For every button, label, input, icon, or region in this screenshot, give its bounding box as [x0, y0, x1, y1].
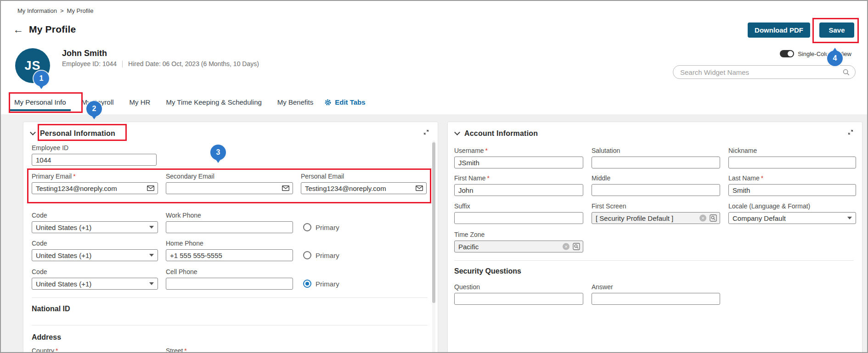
- select-caret-icon: [847, 217, 852, 219]
- first-screen-field: First Screen ×: [592, 202, 720, 224]
- question-field: Question: [454, 283, 583, 305]
- breadcrumb-separator: >: [60, 7, 64, 14]
- suffix-field: Suffix: [454, 202, 583, 224]
- home-phone-label: Home Phone: [166, 240, 293, 247]
- nickname-label: Nickname: [728, 147, 856, 154]
- personal-email-input[interactable]: [301, 182, 427, 194]
- search-icon[interactable]: [843, 69, 850, 76]
- personal-email-label: Personal Email: [301, 173, 427, 180]
- lookup-icon[interactable]: [573, 243, 580, 250]
- select-caret-icon: [149, 282, 154, 285]
- download-pdf-button[interactable]: Download PDF: [748, 22, 810, 38]
- work-phone-input[interactable]: [166, 221, 293, 233]
- first-name-input[interactable]: [454, 184, 583, 196]
- street-label: Street: [166, 347, 183, 353]
- clear-icon[interactable]: ×: [563, 243, 569, 250]
- first-screen-label: First Screen: [592, 202, 720, 210]
- panel-scrollbar: [432, 140, 435, 353]
- primary-email-input[interactable]: [32, 182, 158, 194]
- first-name-label: First Name: [454, 174, 485, 182]
- widget-search: [673, 65, 856, 79]
- expand-panel-icon[interactable]: [847, 129, 854, 135]
- nickname-input[interactable]: [728, 157, 856, 168]
- username-label: Username: [454, 147, 484, 154]
- chevron-down-icon: [454, 129, 460, 135]
- salutation-input[interactable]: [592, 157, 720, 168]
- nickname-field: Nickname: [728, 147, 856, 168]
- home-phone-code-select[interactable]: United States (+1): [32, 249, 158, 261]
- first-name-field: First Name*: [454, 174, 583, 196]
- clear-icon[interactable]: ×: [699, 215, 706, 222]
- required-marker: *: [485, 147, 488, 154]
- answer-label: Answer: [592, 283, 720, 291]
- lookup-icon[interactable]: [710, 214, 717, 222]
- single-column-view-toggle[interactable]: [780, 50, 794, 57]
- last-name-input[interactable]: [728, 184, 856, 196]
- locale-select[interactable]: Company Default: [728, 212, 856, 224]
- back-arrow-icon[interactable]: ←: [13, 24, 23, 35]
- primary-email-field: Primary Email*: [32, 173, 158, 194]
- page-title: My Profile: [29, 24, 76, 35]
- personal-information-header[interactable]: Personal Information: [31, 129, 115, 138]
- account-information-panel: Account Information Username* Salutation…: [447, 122, 862, 353]
- username-input[interactable]: [454, 157, 583, 168]
- primary-radio-label: Primary: [316, 252, 339, 259]
- home-phone-primary-radio[interactable]: [303, 251, 311, 259]
- account-information-header[interactable]: Account Information: [455, 129, 538, 138]
- account-information-title: Account Information: [464, 129, 538, 138]
- work-phone-primary-radio[interactable]: [303, 223, 311, 231]
- secondary-email-field: Secondary Email: [166, 173, 293, 194]
- secondary-email-input[interactable]: [166, 182, 293, 194]
- required-marker: *: [761, 174, 763, 182]
- toggle-knob: [788, 51, 793, 56]
- tab-bar: My Personal Info My Payroll My HR My Tim…: [10, 98, 366, 111]
- app-window: My Information > My Profile ← My Profile…: [0, 0, 868, 353]
- email-icon: [147, 185, 154, 191]
- username-field: Username*: [454, 147, 583, 168]
- divider: [454, 260, 854, 261]
- required-marker: *: [56, 347, 58, 353]
- select-caret-icon: [149, 226, 154, 229]
- search-input[interactable]: [680, 68, 843, 76]
- locale-label: Locale (Language & Format): [728, 202, 856, 210]
- work-phone-code-select[interactable]: United States (+1): [32, 221, 158, 233]
- time-zone-label: Time Zone: [454, 231, 583, 238]
- employee-id-input[interactable]: [32, 154, 157, 166]
- work-phone-row: Code United States (+1) Work Phone Prima…: [32, 212, 339, 233]
- profile-name: John Smith: [62, 49, 107, 58]
- cell-phone-primary-radio[interactable]: [303, 280, 311, 288]
- last-name-field: Last Name*: [728, 174, 856, 196]
- answer-field: Answer: [592, 283, 720, 305]
- suffix-input[interactable]: [454, 212, 583, 224]
- cell-phone-input[interactable]: [166, 278, 293, 290]
- scrollbar-thumb[interactable]: [432, 142, 435, 303]
- email-icon: [416, 185, 423, 191]
- tab-my-payroll[interactable]: My Payroll: [77, 98, 118, 111]
- hired-date-text: Hired Date: 06 Oct, 2023 (6 Months, 10 D…: [128, 60, 259, 67]
- question-input[interactable]: [454, 293, 583, 305]
- tab-my-benefits[interactable]: My Benefits: [273, 98, 318, 111]
- save-button[interactable]: Save: [819, 22, 854, 38]
- single-column-view-label: Single-Column View: [798, 50, 851, 57]
- meta-divider: [122, 61, 123, 67]
- cell-phone-code-select[interactable]: United States (+1): [32, 278, 158, 290]
- tab-my-time-keeping[interactable]: My Time Keeping & Scheduling: [161, 98, 266, 111]
- work-phone-label: Work Phone: [166, 212, 293, 219]
- personal-information-title: Personal Information: [40, 129, 115, 138]
- expand-panel-icon[interactable]: [423, 129, 429, 135]
- personal-information-panel: Personal Information Employee ID Primary…: [23, 122, 438, 353]
- home-phone-input[interactable]: [166, 249, 293, 261]
- breadcrumb-parent[interactable]: My Information: [17, 7, 57, 14]
- select-caret-icon: [149, 254, 154, 257]
- edit-tabs-label: Edit Tabs: [335, 98, 365, 106]
- breadcrumb-current: My Profile: [67, 7, 94, 14]
- tab-my-hr[interactable]: My HR: [125, 98, 155, 111]
- answer-input[interactable]: [592, 293, 720, 305]
- cell-phone-label: Cell Phone: [166, 268, 293, 275]
- tab-my-personal-info[interactable]: My Personal Info: [10, 98, 71, 111]
- edit-tabs-button[interactable]: Edit Tabs: [324, 98, 365, 111]
- required-marker: *: [487, 174, 489, 182]
- required-marker: *: [73, 173, 75, 180]
- salutation-field: Salutation: [592, 147, 720, 168]
- middle-name-input[interactable]: [592, 184, 720, 196]
